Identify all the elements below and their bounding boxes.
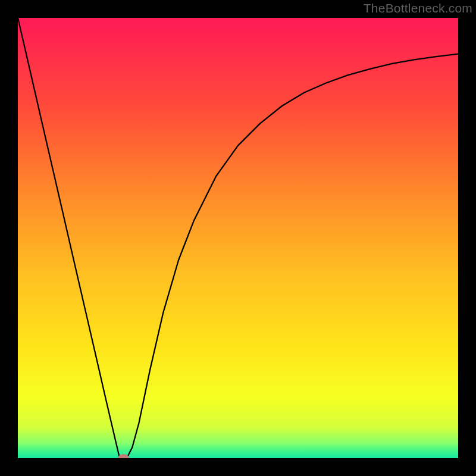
chart-stage: TheBottleneck.com — [0, 0, 476, 476]
plot-area — [18, 18, 458, 458]
chart-svg — [18, 18, 458, 458]
watermark-text: TheBottleneck.com — [364, 1, 472, 15]
gradient-background — [18, 18, 458, 458]
